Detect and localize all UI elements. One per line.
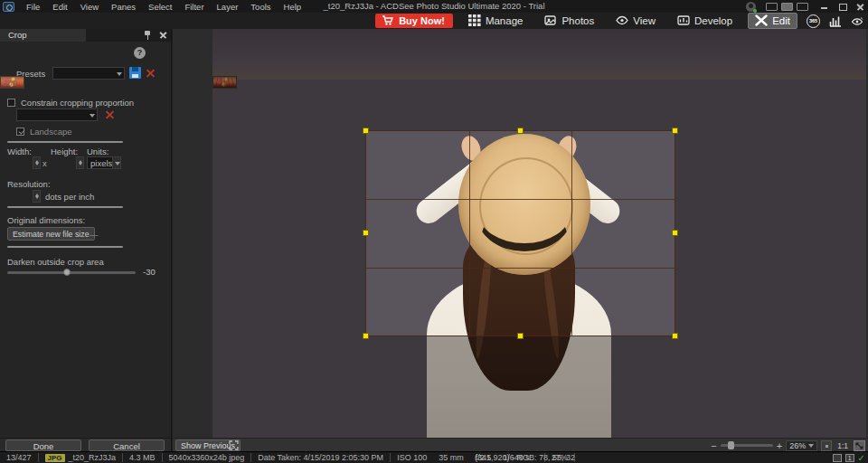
multiply-sign: x (42, 158, 47, 168)
zoom-out-button[interactable]: − (711, 441, 716, 450)
image-canvas: Show Previous − + 26% 1:1 (173, 29, 868, 451)
resolution-units-label: dots per inch (45, 192, 94, 202)
presets-dropdown[interactable] (52, 67, 125, 80)
delete-preset-icon[interactable] (146, 68, 156, 78)
width-stepper[interactable] (33, 156, 41, 169)
exif-iso: ISO 100 (397, 453, 427, 462)
chevron-down-icon (117, 72, 122, 76)
main-area: Crop ? Presets Constrain cropping propor… (0, 29, 868, 451)
clear-proportion-icon[interactable] (105, 109, 115, 119)
status-bar: 13/427 JPG _t20_RzJ3Ja 4.3 MB 5040x3360x… (0, 451, 868, 463)
mode-view-button[interactable]: View (609, 14, 662, 28)
crop-handle-middle-left[interactable] (363, 230, 369, 236)
window-title: _t20_RzJ3Ja - ACDSee Photo Studio Ultima… (323, 1, 544, 11)
landscape-checkbox[interactable] (16, 128, 24, 136)
actual-size-button[interactable]: 1:1 (835, 441, 850, 450)
constrain-label: Constrain cropping proportion (21, 98, 134, 108)
crop-handle-bottom-right[interactable] (672, 333, 678, 339)
slider-knob[interactable] (63, 269, 71, 276)
chevron-down-icon (808, 444, 814, 448)
fullscreen-expand-icon[interactable] (229, 440, 239, 450)
menu-select[interactable]: Select (148, 2, 172, 12)
app-logo-icon (3, 2, 14, 12)
zoom-slider[interactable] (721, 444, 773, 447)
menu-help[interactable]: Help (284, 2, 302, 12)
file-size: 4.3 MB (123, 453, 163, 462)
divider (7, 141, 123, 143)
resolution-input[interactable] (0, 76, 24, 89)
minimize-button[interactable] (818, 2, 830, 12)
pin-icon[interactable] (144, 30, 151, 40)
grid-icon (468, 14, 481, 26)
crop-handle-middle-right[interactable] (672, 230, 678, 236)
develop-icon (677, 14, 690, 26)
units-dropdown[interactable]: pixels (87, 156, 121, 169)
buy-now-button[interactable]: Buy Now! (375, 14, 453, 28)
zoom-in-button[interactable]: + (777, 441, 782, 450)
layout-left-icon[interactable] (766, 3, 778, 11)
layout-switcher (766, 3, 808, 11)
date-taken: Date Taken: 4/15/2019 2:05:30 PM (251, 453, 391, 462)
photos-icon (544, 14, 557, 26)
menu-layer[interactable]: Layer (217, 2, 239, 12)
darken-slider[interactable] (7, 271, 136, 274)
height-label: Height: (51, 146, 78, 156)
proportion-dropdown[interactable] (16, 109, 98, 121)
file-position: 13/427 (0, 453, 39, 462)
status-page-icon[interactable]: 1 (845, 454, 854, 462)
zoom-slider-knob[interactable] (728, 441, 734, 449)
cancel-button[interactable]: Cancel (89, 439, 165, 451)
close-button[interactable] (854, 2, 866, 12)
layout-center-icon[interactable] (781, 3, 793, 11)
crop-panel: Crop ? Presets Constrain cropping propor… (0, 29, 172, 451)
photo (212, 29, 866, 438)
zoom-percent-dropdown[interactable]: 26% (786, 440, 817, 451)
format-badge: JPG (45, 454, 65, 462)
mode-manage-button[interactable]: Manage (462, 14, 530, 28)
help-button[interactable]: ? (134, 47, 146, 59)
crop-handle-top-left[interactable] (363, 128, 369, 134)
fit-image-button[interactable] (821, 440, 832, 451)
constrain-checkbox[interactable] (7, 99, 15, 107)
darken-value: -30 (143, 267, 156, 277)
chevron-down-icon (112, 157, 120, 168)
resolution-stepper[interactable] (33, 190, 41, 203)
application-window: File Edit View Panes Select Filter Layer… (0, 0, 868, 463)
crop-handle-bottom-middle[interactable] (517, 333, 524, 339)
crop-selection[interactable] (365, 130, 675, 336)
save-preset-icon[interactable] (129, 67, 141, 79)
mode-edit-button[interactable]: Edit (748, 13, 797, 29)
crop-handle-top-right[interactable] (672, 128, 678, 134)
menu-edit[interactable]: Edit (52, 2, 67, 12)
dashboard-histogram-icon[interactable] (829, 15, 842, 27)
menu-tools[interactable]: Tools (250, 2, 270, 12)
panel-tabstrip: Crop (0, 29, 171, 42)
cart-icon (382, 14, 394, 26)
height-stepper[interactable] (76, 156, 84, 169)
account-icon[interactable] (746, 2, 756, 12)
estimate-file-size-button[interactable]: Estimate new file size (7, 227, 95, 241)
menu-filter[interactable]: Filter (184, 2, 203, 12)
resolution-label: Resolution: (7, 179, 51, 189)
menu-view[interactable]: View (80, 2, 99, 12)
visibility-icon[interactable] (851, 15, 863, 27)
menu-panes[interactable]: Panes (111, 2, 136, 12)
done-button[interactable]: Done (5, 439, 81, 451)
status-square-icon[interactable] (833, 454, 842, 462)
restore-button[interactable] (836, 2, 848, 12)
layout-right-icon[interactable] (797, 3, 808, 11)
crop-handle-top-middle[interactable] (517, 128, 524, 134)
status-filename: _t20_RzJ3Ja (69, 453, 117, 462)
panel-close-icon[interactable] (159, 31, 167, 39)
crop-handle-bottom-left[interactable] (363, 333, 369, 339)
units-label: Units: (87, 146, 108, 156)
pan-tool-button[interactable] (854, 440, 865, 451)
menu-file[interactable]: File (26, 2, 40, 12)
crop-tab[interactable]: Crop (0, 29, 86, 42)
chevron-down-icon (90, 114, 95, 118)
acdsee-365-icon[interactable]: 365 (807, 14, 820, 28)
edit-tools-icon (755, 14, 768, 26)
mode-photos-button[interactable]: Photos (538, 14, 600, 28)
mode-develop-button[interactable]: Develop (671, 14, 739, 28)
original-dimensions-label: Original dimensions: (7, 215, 85, 225)
